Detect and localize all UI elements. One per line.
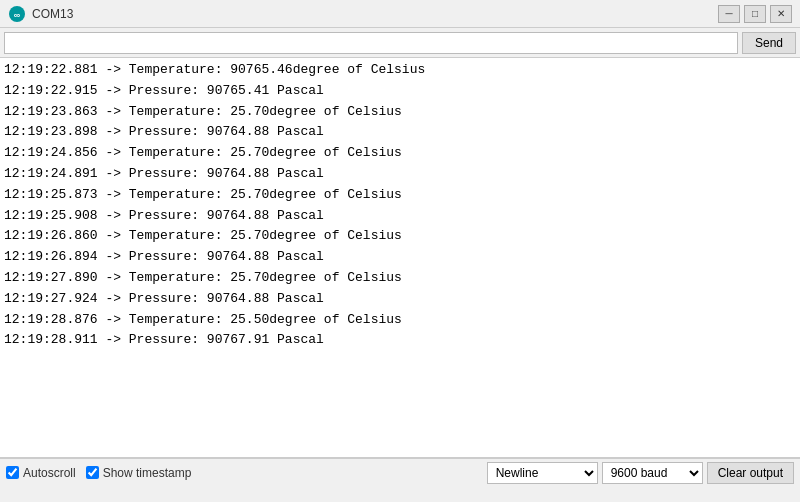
serial-line: 12:19:22.915 -> Pressure: 90765.41 Pasca…	[4, 81, 796, 102]
serial-line: 12:19:27.890 -> Temperature: 25.70degree…	[4, 268, 796, 289]
serial-line: 12:19:24.856 -> Temperature: 25.70degree…	[4, 143, 796, 164]
status-bar-right: Newline No line ending Carriage return B…	[487, 462, 794, 484]
serial-line: 12:19:25.908 -> Pressure: 90764.88 Pasca…	[4, 206, 796, 227]
serial-input[interactable]	[4, 32, 738, 54]
minimize-button[interactable]: ─	[718, 5, 740, 23]
status-bar: Autoscroll Show timestamp Newline No lin…	[0, 458, 800, 486]
serial-line: 12:19:22.881 -> Temperature: 90765.46deg…	[4, 60, 796, 81]
serial-line: 12:19:27.924 -> Pressure: 90764.88 Pasca…	[4, 289, 796, 310]
arduino-logo-icon: ∞	[8, 5, 26, 23]
baud-select[interactable]: 300 baud 1200 baud 2400 baud 4800 baud 9…	[602, 462, 703, 484]
maximize-button[interactable]: □	[744, 5, 766, 23]
serial-line: 12:19:25.873 -> Temperature: 25.70degree…	[4, 185, 796, 206]
newline-select[interactable]: Newline No line ending Carriage return B…	[487, 462, 598, 484]
close-button[interactable]: ✕	[770, 5, 792, 23]
show-timestamp-text: Show timestamp	[103, 466, 192, 480]
clear-output-button[interactable]: Clear output	[707, 462, 794, 484]
serial-line: 12:19:24.891 -> Pressure: 90764.88 Pasca…	[4, 164, 796, 185]
serial-line: 12:19:26.860 -> Temperature: 25.70degree…	[4, 226, 796, 247]
status-bar-left: Autoscroll Show timestamp	[6, 466, 487, 480]
serial-line: 12:19:23.863 -> Temperature: 25.70degree…	[4, 102, 796, 123]
show-timestamp-checkbox[interactable]	[86, 466, 99, 479]
svg-text:∞: ∞	[14, 10, 21, 20]
serial-line: 12:19:23.898 -> Pressure: 90764.88 Pasca…	[4, 122, 796, 143]
autoscroll-checkbox[interactable]	[6, 466, 19, 479]
serial-output[interactable]: 12:19:22.881 -> Temperature: 90765.46deg…	[0, 58, 800, 458]
serial-line: 12:19:26.894 -> Pressure: 90764.88 Pasca…	[4, 247, 796, 268]
autoscroll-text: Autoscroll	[23, 466, 76, 480]
window-title: COM13	[32, 7, 73, 21]
serial-line: 12:19:28.876 -> Temperature: 25.50degree…	[4, 310, 796, 331]
show-timestamp-label[interactable]: Show timestamp	[86, 466, 192, 480]
serial-line: 12:19:28.911 -> Pressure: 90767.91 Pasca…	[4, 330, 796, 351]
input-bar: Send	[0, 28, 800, 58]
title-bar-left: ∞ COM13	[8, 5, 73, 23]
send-button[interactable]: Send	[742, 32, 796, 54]
title-bar-controls: ─ □ ✕	[718, 5, 792, 23]
autoscroll-label[interactable]: Autoscroll	[6, 466, 76, 480]
title-bar: ∞ COM13 ─ □ ✕	[0, 0, 800, 28]
